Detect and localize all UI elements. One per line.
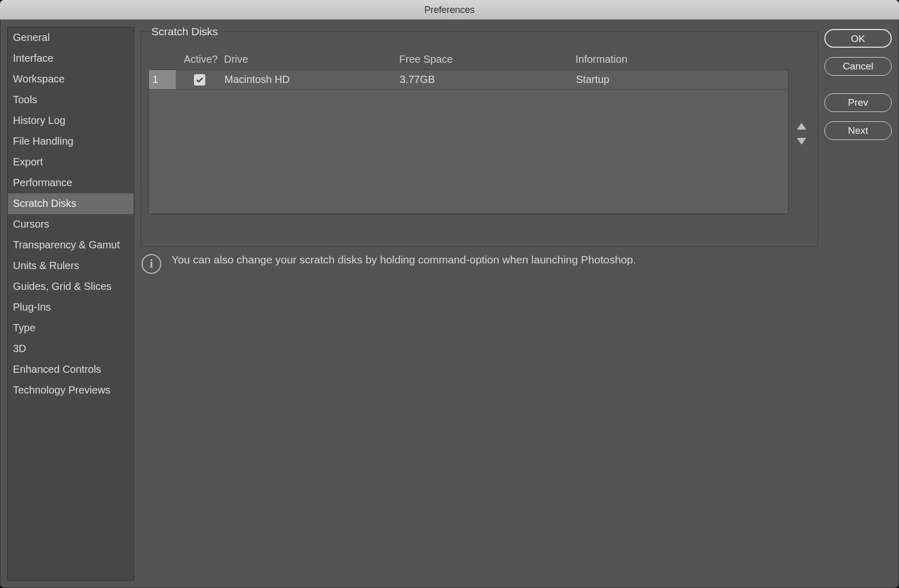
sidebar-item-transparency-gamut[interactable]: Transparency & Gamut xyxy=(8,235,134,256)
main-panel: Scratch Disks Active? Drive Free Space I… xyxy=(141,27,818,581)
table-body: 1Macintosh HD3.77GBStartup xyxy=(148,69,789,214)
table-header: Active? Drive Free Space Information xyxy=(148,53,789,69)
sidebar-item-cursors[interactable]: Cursors xyxy=(8,214,134,235)
sidebar-item-guides-grid-slices[interactable]: Guides, Grid & Slices xyxy=(8,276,134,297)
sidebar-item-file-handling[interactable]: File Handling xyxy=(8,131,134,152)
col-header-num xyxy=(148,53,175,65)
group-title: Scratch Disks xyxy=(148,25,221,38)
sidebar-item-performance[interactable]: Performance xyxy=(8,173,134,193)
sidebar-item-export[interactable]: Export xyxy=(8,152,134,173)
scratch-disks-group: Scratch Disks Active? Drive Free Space I… xyxy=(141,31,818,247)
hint-text: You can also change your scratch disks b… xyxy=(172,252,636,267)
active-checkbox[interactable] xyxy=(194,74,205,86)
col-header-info: Information xyxy=(575,53,789,65)
sidebar-item-history-log[interactable]: History Log xyxy=(8,110,134,131)
category-sidebar: GeneralInterfaceWorkspaceToolsHistory Lo… xyxy=(7,27,134,581)
preferences-window: Preferences GeneralInterfaceWorkspaceToo… xyxy=(0,0,899,588)
sidebar-item-3d[interactable]: 3D xyxy=(8,339,134,359)
col-header-free: Free Space xyxy=(399,53,575,65)
col-header-drive: Drive xyxy=(223,53,399,65)
info-icon: i xyxy=(142,254,161,274)
row-drive: Macintosh HD xyxy=(223,74,400,86)
move-up-icon[interactable] xyxy=(797,123,806,130)
content-area: GeneralInterfaceWorkspaceToolsHistory Lo… xyxy=(0,20,899,588)
reorder-arrows xyxy=(793,53,810,214)
dialog-buttons: OK Cancel Prev Next xyxy=(824,27,892,581)
col-header-active: Active? xyxy=(175,53,223,65)
sidebar-item-technology-previews[interactable]: Technology Previews xyxy=(8,380,134,401)
disks-table: Active? Drive Free Space Information 1Ma… xyxy=(148,53,789,214)
sidebar-item-enhanced-controls[interactable]: Enhanced Controls xyxy=(8,359,134,380)
row-free-space: 3.77GB xyxy=(400,74,576,86)
next-button[interactable]: Next xyxy=(824,121,892,140)
prev-button[interactable]: Prev xyxy=(824,93,892,112)
hint-row: i You can also change your scratch disks… xyxy=(141,252,818,274)
row-information: Startup xyxy=(576,74,788,86)
cancel-button[interactable]: Cancel xyxy=(824,57,892,76)
move-down-icon[interactable] xyxy=(797,138,806,145)
sidebar-item-plug-ins[interactable]: Plug-Ins xyxy=(8,297,134,318)
sidebar-item-units-rulers[interactable]: Units & Rulers xyxy=(8,256,134,276)
sidebar-item-general[interactable]: General xyxy=(8,27,134,48)
row-active-cell xyxy=(176,74,223,86)
sidebar-item-interface[interactable]: Interface xyxy=(8,48,134,69)
sidebar-item-workspace[interactable]: Workspace xyxy=(8,69,134,90)
window-title: Preferences xyxy=(0,0,899,20)
ok-button[interactable]: OK xyxy=(824,29,892,48)
sidebar-item-type[interactable]: Type xyxy=(8,318,134,339)
sidebar-item-scratch-disks[interactable]: Scratch Disks xyxy=(8,193,134,214)
row-number: 1 xyxy=(149,70,176,89)
sidebar-item-tools[interactable]: Tools xyxy=(8,90,134,110)
disks-table-wrap: Active? Drive Free Space Information 1Ma… xyxy=(148,53,810,214)
table-row[interactable]: 1Macintosh HD3.77GBStartup xyxy=(149,70,788,90)
